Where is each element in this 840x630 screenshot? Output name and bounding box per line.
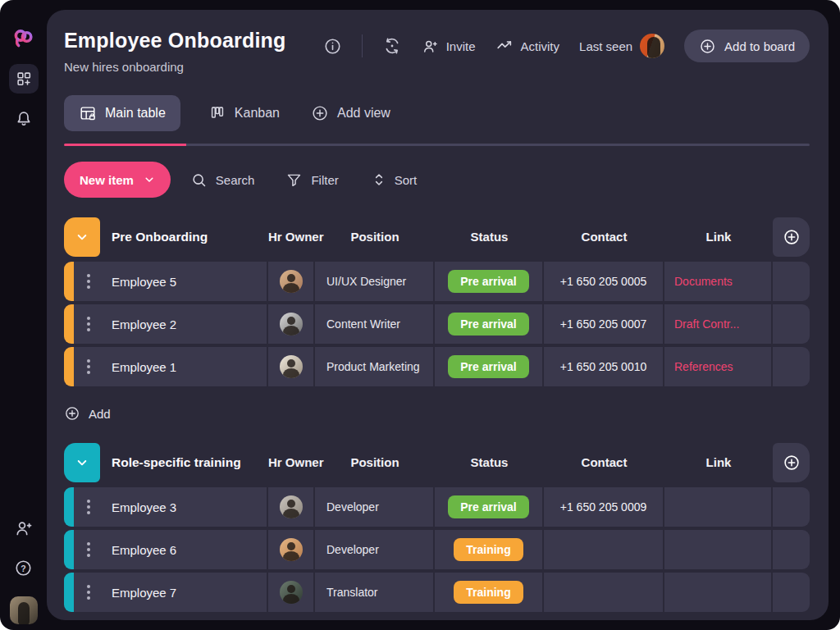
row-menu-icon[interactable] <box>87 591 90 594</box>
workspaces-button[interactable] <box>0 64 47 94</box>
contact-cell[interactable]: +1 650 205 0010 <box>544 347 664 386</box>
table-row-employee-3[interactable]: Employee 3 Developer Pre arrival +1 650 … <box>64 487 810 527</box>
item-name[interactable]: Employee 7 <box>112 586 176 600</box>
activity-button[interactable]: Activity <box>495 37 560 55</box>
status-badge[interactable]: Pre arrival <box>448 355 529 378</box>
contact-cell[interactable]: +1 650 205 0007 <box>544 304 664 344</box>
column-header-status[interactable]: Status <box>435 230 544 244</box>
group-collapse-button[interactable] <box>64 443 100 482</box>
brand-logo-icon[interactable] <box>0 25 47 52</box>
position-cell[interactable]: Translator <box>315 573 435 612</box>
hr-owner-avatar[interactable] <box>280 538 303 561</box>
group-title[interactable]: Role-specific training <box>112 455 241 470</box>
item-name[interactable]: Employee 2 <box>112 317 176 331</box>
hr-owner-avatar[interactable] <box>280 270 303 293</box>
empty-cell <box>773 262 810 301</box>
invite-button[interactable]: Invite <box>422 38 476 55</box>
column-header-contact[interactable]: Contact <box>544 230 664 244</box>
link-cell[interactable]: Documents <box>664 262 773 301</box>
add-column-button[interactable] <box>773 217 810 257</box>
row-menu-icon[interactable] <box>87 322 90 326</box>
row-menu-icon[interactable] <box>87 280 90 283</box>
contact-cell[interactable]: +1 650 205 0009 <box>544 487 664 527</box>
status-badge[interactable]: Pre arrival <box>448 270 529 293</box>
tab-kanban-label: Kanban <box>235 106 280 121</box>
group-title[interactable]: Pre Onboarding <box>112 230 208 244</box>
new-item-label: New item <box>80 173 134 187</box>
link-cell[interactable]: Draft Contr... <box>664 304 773 344</box>
item-name[interactable]: Employee 1 <box>112 360 176 374</box>
contact-cell[interactable] <box>544 573 664 612</box>
column-header-hr-owner[interactable]: Hr Owner <box>268 230 315 244</box>
table-row-employee-6[interactable]: Employee 6 Developer Training <box>64 530 810 569</box>
item-name[interactable]: Employee 3 <box>112 500 176 514</box>
activity-label: Activity <box>521 39 560 53</box>
user-profile-avatar[interactable] <box>0 596 47 624</box>
table-row-employee-7[interactable]: Employee 7 Translator Training <box>64 573 810 612</box>
invite-members-button[interactable] <box>0 518 47 538</box>
row-menu-icon[interactable] <box>87 548 90 551</box>
position-cell[interactable]: Developer <box>315 487 435 527</box>
column-header-position[interactable]: Position <box>315 455 435 469</box>
filter-button[interactable]: Filter <box>285 171 338 189</box>
column-header-link[interactable]: Link <box>664 230 773 244</box>
column-header-link[interactable]: Link <box>664 455 773 469</box>
contact-cell[interactable]: +1 650 205 0005 <box>544 262 664 301</box>
table-row-employee-1[interactable]: Employee 1 Product Marketing Pre arrival… <box>64 347 810 386</box>
status-badge[interactable]: Pre arrival <box>448 495 529 518</box>
link-cell[interactable]: References <box>664 347 773 386</box>
sync-refresh-icon[interactable] <box>382 36 402 56</box>
header-divider <box>362 34 363 57</box>
tab-add-view[interactable]: Add view <box>308 95 394 131</box>
tab-underline-track <box>186 144 810 146</box>
position-cell[interactable]: Content Writer <box>315 304 435 344</box>
table-toolbar: New item Search <box>64 162 810 198</box>
hr-owner-avatar[interactable] <box>280 581 303 604</box>
column-header-status[interactable]: Status <box>435 455 544 469</box>
empty-cell <box>773 530 810 569</box>
help-button[interactable]: ? <box>0 559 47 578</box>
notifications-button[interactable] <box>0 109 47 129</box>
hr-owner-avatar[interactable] <box>280 495 303 518</box>
status-badge[interactable]: Training <box>454 538 523 561</box>
row-color-bar <box>64 487 74 527</box>
tab-kanban[interactable]: Kanban <box>205 95 283 131</box>
search-label: Search <box>216 173 255 187</box>
add-column-button[interactable] <box>773 443 810 482</box>
add-item-button[interactable]: Add <box>64 404 130 422</box>
new-item-button[interactable]: New item <box>64 162 171 198</box>
link-cell[interactable] <box>664 487 773 527</box>
row-menu-icon[interactable] <box>87 365 90 368</box>
group-collapse-button[interactable] <box>64 217 100 257</box>
info-icon[interactable] <box>323 37 342 56</box>
chevron-down-icon <box>144 174 155 185</box>
table-row-employee-5[interactable]: Employee 5 UI/UX Designer Pre arrival +1… <box>64 262 810 301</box>
status-badge[interactable]: Training <box>454 581 523 604</box>
link-cell[interactable] <box>664 530 773 569</box>
plus-circle-icon <box>699 38 716 55</box>
row-menu-icon[interactable] <box>87 505 90 509</box>
contact-cell[interactable] <box>544 530 664 569</box>
column-header-contact[interactable]: Contact <box>544 455 664 469</box>
item-name[interactable]: Employee 5 <box>112 275 176 289</box>
view-tabs: Main table Kanban <box>64 95 810 131</box>
position-cell[interactable]: Developer <box>315 530 435 569</box>
add-to-board-button[interactable]: Add to board <box>684 30 810 62</box>
row-color-bar <box>64 347 74 386</box>
link-cell[interactable] <box>664 573 773 612</box>
last-seen[interactable]: Last seen <box>579 34 664 58</box>
sort-button[interactable]: Sort <box>372 171 418 188</box>
search-button[interactable]: Search <box>190 171 255 189</box>
tab-main-table[interactable]: Main table <box>64 95 180 131</box>
hr-owner-avatar[interactable] <box>280 313 303 336</box>
position-cell[interactable]: Product Marketing <box>315 347 435 386</box>
item-name[interactable]: Employee 6 <box>112 543 176 557</box>
column-header-position[interactable]: Position <box>315 230 435 244</box>
column-header-hr-owner[interactable]: Hr Owner <box>268 455 315 469</box>
table-row-employee-2[interactable]: Employee 2 Content Writer Pre arrival +1… <box>64 304 810 344</box>
status-badge[interactable]: Pre arrival <box>448 313 529 336</box>
profile-photo <box>10 596 38 624</box>
position-cell[interactable]: UI/UX Designer <box>315 262 435 301</box>
empty-cell <box>773 487 810 527</box>
hr-owner-avatar[interactable] <box>280 355 303 378</box>
